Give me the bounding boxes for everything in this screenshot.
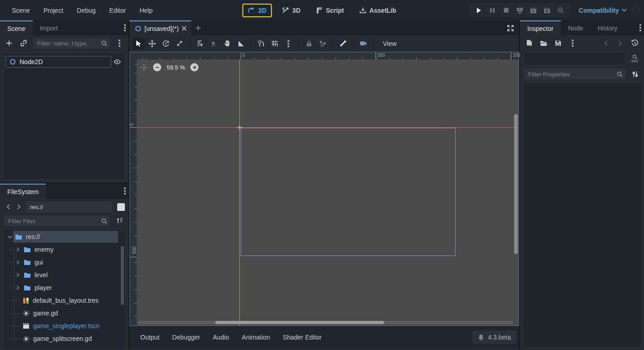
file-filter-wrap: [4, 215, 110, 227]
file-sort-button[interactable]: [114, 215, 125, 226]
file-row-default-bus-layout[interactable]: default_bus_layout.tres: [3, 294, 119, 307]
skeleton-options-button[interactable]: [337, 38, 349, 50]
bottom-tab-animation[interactable]: Animation: [236, 330, 275, 344]
play-remote-debug-button[interactable]: [514, 5, 525, 16]
center-view-button[interactable]: [140, 64, 148, 71]
select-tool-button[interactable]: [132, 38, 145, 50]
chevron-right-icon[interactable]: [15, 273, 21, 277]
click-select-button[interactable]: [207, 38, 220, 50]
file-row-player[interactable]: player: [3, 281, 119, 294]
move-tool-button[interactable]: [146, 38, 159, 50]
node-name-edit-box[interactable]: Node2D: [5, 56, 111, 68]
file-row-enemy[interactable]: enemy: [3, 243, 119, 256]
scene-tree-menu-button[interactable]: [114, 38, 125, 49]
current-path-field[interactable]: [25, 201, 113, 213]
zoom-percent[interactable]: 59.5 %: [167, 64, 185, 71]
instance-scene-button[interactable]: [18, 38, 29, 49]
sort-icon: [116, 218, 123, 224]
menu-project[interactable]: Project: [38, 4, 69, 17]
filter-properties-input[interactable]: [524, 68, 626, 80]
scene-filter-input[interactable]: [33, 37, 110, 49]
file-row-game-singleplayer[interactable]: game_singleplayer.tscn: [3, 320, 119, 332]
pan-tool-button[interactable]: [221, 38, 233, 50]
edit-history-button[interactable]: [629, 38, 640, 49]
group-selected-button[interactable]: [316, 38, 329, 50]
rotate-tool-button[interactable]: [159, 38, 172, 50]
file-row-game-splitscreen[interactable]: game_splitscreen.gd: [3, 332, 119, 345]
file-row-gui[interactable]: gui: [3, 256, 119, 269]
chevron-right-icon[interactable]: [15, 285, 21, 290]
add-scene-tab-button[interactable]: [191, 20, 205, 35]
snap-options-button[interactable]: [282, 38, 295, 50]
workspace-assetlib-button[interactable]: AssetLib: [354, 4, 401, 17]
pause-button[interactable]: [486, 5, 498, 16]
tab-inspector[interactable]: Inspector: [520, 20, 561, 35]
bottom-tab-audio[interactable]: Audio: [208, 330, 235, 344]
resource-options-button[interactable]: [567, 38, 578, 49]
workspace-3d-button[interactable]: 3D: [277, 4, 306, 17]
tab-filesystem[interactable]: FileSystem: [0, 184, 46, 199]
play-scene-button[interactable]: [527, 5, 539, 16]
nav-forward-button[interactable]: [15, 201, 24, 212]
visibility-toggle[interactable]: [111, 56, 123, 68]
lock-selected-button[interactable]: [302, 38, 315, 50]
camera-override-button[interactable]: [357, 38, 370, 50]
bottom-tab-shader-editor[interactable]: Shader Editor: [277, 330, 327, 344]
new-resource-button[interactable]: [524, 38, 535, 49]
file-row-game-gd[interactable]: game.gd: [3, 307, 119, 320]
object-name-field[interactable]: [524, 52, 626, 65]
menu-editor[interactable]: Editor: [104, 4, 132, 17]
workspace-script-button[interactable]: Script: [311, 4, 350, 17]
grid-snap-button[interactable]: [268, 38, 281, 50]
search-docs-button[interactable]: DOC: [629, 53, 640, 65]
file-tree-scrollbar[interactable]: [121, 246, 124, 305]
chevron-right-icon[interactable]: [15, 260, 21, 265]
play-button[interactable]: [473, 5, 485, 16]
view-menu-button[interactable]: View: [377, 38, 402, 49]
chevron-right-icon[interactable]: [15, 247, 21, 252]
stop-button[interactable]: [500, 5, 512, 16]
horizontal-scrollbar-thumb[interactable]: [215, 321, 384, 324]
zoom-in-button[interactable]: +: [190, 63, 198, 71]
filesystem-menu-button[interactable]: [124, 187, 126, 196]
add-node-button[interactable]: [4, 38, 15, 49]
bottom-tab-output[interactable]: Output: [135, 330, 165, 344]
scale-tool-button[interactable]: [173, 38, 186, 50]
workspace-2d-button[interactable]: 2D: [243, 4, 272, 17]
history-forward-button[interactable]: [615, 38, 626, 49]
nav-back-button[interactable]: [4, 201, 13, 212]
play-custom-scene-button[interactable]: [541, 5, 553, 16]
file-row-res-root[interactable]: res://: [3, 230, 119, 243]
distraction-free-button[interactable]: [505, 23, 515, 33]
load-resource-button[interactable]: [538, 38, 549, 49]
list-select-button[interactable]: [193, 38, 206, 50]
canvas[interactable]: − 59.5 % +: [137, 60, 519, 325]
scene-tab-unsaved[interactable]: [unsaved](*): [129, 20, 191, 35]
scene-dock-menu-button[interactable]: [124, 24, 126, 33]
file-row-level[interactable]: level: [3, 269, 119, 281]
scene-tree-row-node2d[interactable]: Node2D: [5, 55, 123, 68]
save-button[interactable]: [553, 38, 564, 49]
bottom-tab-debugger[interactable]: Debugger: [167, 330, 206, 344]
renderer-selector[interactable]: Compatibility: [579, 0, 627, 20]
close-icon[interactable]: [182, 26, 187, 31]
history-back-button[interactable]: [600, 38, 611, 49]
movie-maker-mode-button[interactable]: [555, 5, 566, 16]
tab-import[interactable]: Import: [33, 20, 65, 35]
tab-node[interactable]: Node: [561, 20, 590, 35]
menu-debug[interactable]: Debug: [71, 4, 101, 17]
filter-files-input[interactable]: [4, 215, 110, 227]
smart-snap-button[interactable]: [255, 38, 268, 50]
vertical-scrollbar[interactable]: [514, 114, 518, 254]
tab-history[interactable]: History: [590, 20, 625, 35]
tab-scene[interactable]: Scene: [0, 20, 33, 35]
ruler-tool-button[interactable]: [234, 38, 247, 50]
menu-help[interactable]: Help: [134, 4, 158, 17]
inspector-menu-button[interactable]: [639, 24, 641, 33]
version-info[interactable]: 4.3.beta: [472, 330, 516, 344]
property-tools-button[interactable]: [629, 69, 640, 80]
zoom-out-button[interactable]: −: [153, 63, 161, 71]
toggle-split-mode-button[interactable]: [117, 203, 125, 211]
menu-scene[interactable]: Scene: [6, 4, 35, 17]
2d-viewport[interactable]: 0 500 1000 0 500: [129, 52, 519, 326]
